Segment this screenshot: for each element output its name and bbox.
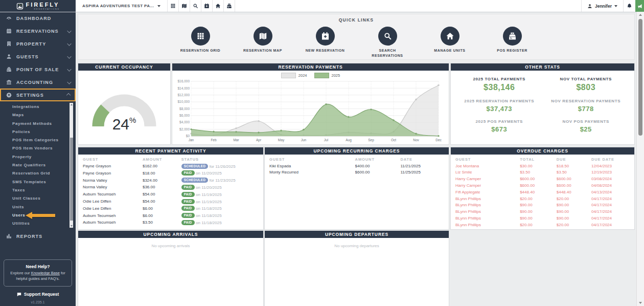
submenu-item-pos-item-vendors[interactable]: POS Item Vendors xyxy=(0,144,76,152)
svg-text:$4,000: $4,000 xyxy=(179,120,190,124)
sidebar-item-reservations[interactable]: RESERVATIONS xyxy=(0,25,76,37)
table-row[interactable]: Harry Camper$600.00$600.0003/08/2024 xyxy=(455,176,630,183)
quick-links-row: RESERVATION GRIDRESERVATION MAPNEW RESER… xyxy=(78,27,634,58)
submenu-item-maps[interactable]: Maps xyxy=(0,111,76,119)
table-row[interactable]: Kiki Espada$400.0011/21/2025 xyxy=(269,163,444,169)
quick-link-label: MANAGE UNITS xyxy=(427,48,472,53)
submenu-item-taxes[interactable]: Taxes xyxy=(0,186,76,194)
scroll-up-arrow-icon[interactable] xyxy=(639,14,642,16)
scrollbar-thumb[interactable] xyxy=(638,19,642,136)
table-row[interactable]: BLynn Phillips$20.00$20.0004/17/2024 xyxy=(455,222,630,228)
table-row[interactable]: Payne Grayson$18.00PAID on 11/20/2025 xyxy=(83,170,259,177)
cell-date: 11/25/2025 xyxy=(400,169,444,176)
cell-due_date: 04/17/2024 xyxy=(591,228,630,230)
quick-link-new-reservation[interactable]: NEW RESERVATION xyxy=(303,27,348,58)
quick-link-pos-register[interactable]: POS REGISTER xyxy=(490,27,535,58)
table-row[interactable]: Fifi Applegate$448.40$448.4004/13/2024 xyxy=(455,189,630,195)
cell-total: $90.00 xyxy=(520,208,557,215)
quick-link-reservation-grid[interactable]: RESERVATION GRID xyxy=(178,27,223,58)
table-row[interactable]: Payne Grayson$162.00SCHEDULED for 11/26/… xyxy=(83,163,259,170)
submenu-item-property[interactable]: Property xyxy=(0,153,76,161)
support-request-button[interactable]: Support Request xyxy=(0,292,76,297)
submenu-item-units[interactable]: Units xyxy=(0,203,76,211)
reservation-grid-button[interactable] xyxy=(168,0,179,12)
svg-text:$8,000: $8,000 xyxy=(179,107,190,111)
submenu-item-unit-classes[interactable]: Unit Classes xyxy=(0,194,76,203)
submenu-item-users[interactable]: Users xyxy=(0,211,76,220)
reservation-map-button[interactable] xyxy=(179,0,190,12)
quick-link-manage-units[interactable]: MANAGE UNITS xyxy=(427,27,472,58)
sidebar-item-label: DASHBOARD xyxy=(16,16,51,21)
sidebar-item-settings[interactable]: SETTINGS xyxy=(0,89,76,101)
submenu-item-integrations[interactable]: Integrations xyxy=(0,103,76,111)
cell-due_date: 04/17/2024 xyxy=(591,208,630,215)
submenu-scrollbar[interactable] xyxy=(70,103,73,228)
sidebar-item-guests[interactable]: GUESTS xyxy=(0,50,76,63)
sidebar-item-reports[interactable]: REPORTS xyxy=(0,230,76,243)
scroll-down-arrow-icon[interactable] xyxy=(71,225,73,227)
user-icon xyxy=(587,4,592,9)
sidebar-item-point-of-sale[interactable]: POINT OF SALE xyxy=(0,63,76,76)
scroll-up-arrow-icon[interactable] xyxy=(71,104,73,105)
search-icon xyxy=(383,32,392,40)
table-row[interactable]: Norma Valley$324.00SCHEDULED for 11/23/2… xyxy=(83,177,259,184)
legend-swatch xyxy=(314,73,329,78)
table-row[interactable]: BLynn Phillips$90.00$90.0004/17/2024 xyxy=(455,215,630,222)
announcements-button[interactable] xyxy=(635,0,644,12)
cell-due: $600.00 xyxy=(557,176,591,183)
sidebar-item-dashboard[interactable]: DASHBOARD xyxy=(0,12,76,25)
manage-units-button[interactable] xyxy=(213,0,224,12)
table-row[interactable]: Auburn Tecumseh$6.00PAID on 11/18/2025 xyxy=(83,212,259,219)
table-row[interactable]: Monty Recurred$600.0011/25/2025 xyxy=(269,169,444,176)
table-row[interactable]: BLynn Phillips$20.00$20.0004/17/2024 xyxy=(455,228,630,230)
table-row[interactable]: Joe Montana$30.00$18.5012/04/2023 xyxy=(455,163,630,169)
status-date: for 11/23/2025 xyxy=(210,178,236,183)
submenu-item-payment-methods[interactable]: Payment Methods xyxy=(0,120,76,128)
submenu-item-policies[interactable]: Policies xyxy=(0,128,76,136)
stat-label: NOV RESERVATION PAYMENTS xyxy=(543,99,630,103)
scrollbar-thumb[interactable] xyxy=(70,138,73,220)
table-row[interactable]: Auburn Tecumseh$54.00PAID on 11/19/2025 xyxy=(83,191,259,198)
status-badge: PAID xyxy=(181,220,195,225)
table-row[interactable]: Harry Camper$600.00$600.0004/08/2024 xyxy=(455,182,630,189)
submenu-item-sms-templates[interactable]: SMS Templates xyxy=(0,178,76,186)
user-name: Jennifer xyxy=(595,4,612,9)
new-reservation-button[interactable] xyxy=(201,0,213,12)
submenu-item-utilities[interactable]: Utilities xyxy=(0,220,76,228)
table-row[interactable]: BLynn Phillips$90.00$90.0004/17/2024 xyxy=(455,202,630,209)
page-scrollbar[interactable] xyxy=(636,12,644,306)
notifications-button[interactable] xyxy=(623,0,635,12)
legend-item-2025: 2025 xyxy=(314,73,340,78)
quick-link-reservation-map[interactable]: RESERVATION MAP xyxy=(240,27,285,58)
recent-payment-activity-panel: RECENT PAYMENT ACTIVITY GUESTAMOUNTSTATU… xyxy=(78,147,264,230)
table-row[interactable]: BLynn Phillips$20.00$20.0004/17/2024 xyxy=(455,195,630,202)
sidebar-item-property[interactable]: PROPERTY xyxy=(0,37,76,50)
submenu-item-reservation-grid[interactable]: Reservation Grid xyxy=(0,169,76,178)
cell-total: $90.00 xyxy=(520,202,557,209)
table-row[interactable]: Norma Valley$36.00PAID on 11/20/2025 xyxy=(83,184,259,191)
logo[interactable]: FIREFLY RESERVATIONS xyxy=(0,0,76,12)
scroll-down-arrow-icon[interactable] xyxy=(639,302,642,304)
sidebar-item-accounting[interactable]: ACCOUNTING xyxy=(0,76,76,89)
pos-register-button[interactable] xyxy=(224,0,235,12)
table-row[interactable]: Liz Smile$3.50$3.5012/19/2023 xyxy=(455,169,630,176)
sidebar-item-label: ACCOUNTING xyxy=(16,80,53,85)
quick-link-search-reservations[interactable]: SEARCH RESERVATIONS xyxy=(365,27,410,58)
user-icon xyxy=(6,54,12,59)
property-selector[interactable]: ASPIRA ADVENTURES TEST PA... xyxy=(76,0,168,12)
status-badge: SCHEDULED xyxy=(181,178,209,183)
app-window: FIREFLY RESERVATIONS ASPIRA ADVENTURES T… xyxy=(0,0,644,306)
table-row[interactable]: BLynn Phillips$90.00$90.0004/17/2024 xyxy=(455,208,630,215)
submenu-item-rate-qualifiers[interactable]: Rate Qualifiers xyxy=(0,161,76,169)
table-row[interactable]: Odie Lee Diffen$54.00PAID on 11/19/2025 xyxy=(83,198,259,205)
table-row[interactable]: Odie Lee Diffen$6.00PAID on 11/18/2025 xyxy=(83,205,259,212)
search-button[interactable] xyxy=(190,0,201,12)
user-menu[interactable]: Jennifer xyxy=(581,0,623,12)
table-row[interactable]: Auburn Tecumseh$3.50PAID on 11/18/2025 xyxy=(83,219,259,226)
submenu-item-pos-item-categories[interactable]: POS Item Categories xyxy=(0,136,76,144)
knowledge-base-link[interactable]: Knowledge Base xyxy=(31,271,60,275)
register-icon xyxy=(508,32,517,40)
grid-icon xyxy=(196,32,205,40)
panel-title: UPCOMING ARRIVALS xyxy=(78,231,263,238)
cell-total: $20.00 xyxy=(520,195,557,202)
